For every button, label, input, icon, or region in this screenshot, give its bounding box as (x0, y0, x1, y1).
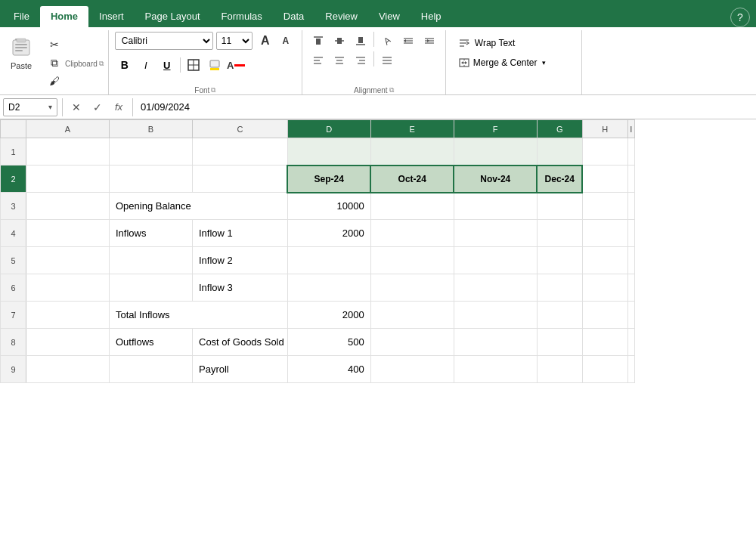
cell-a4[interactable] (26, 220, 110, 247)
tab-data[interactable]: Data (273, 6, 314, 27)
cell-a3[interactable] (26, 193, 110, 220)
cell-a1[interactable] (26, 138, 110, 166)
col-header-d[interactable]: D (287, 120, 370, 138)
cell-b6[interactable] (110, 274, 193, 302)
cell-e2[interactable]: Oct-24 (370, 166, 454, 193)
cell-d8[interactable]: 500 (287, 329, 370, 356)
cell-f1[interactable] (454, 138, 537, 166)
cell-a6[interactable] (26, 274, 110, 302)
tab-insert[interactable]: Insert (88, 6, 135, 27)
cell-i8[interactable] (627, 329, 634, 356)
cell-b2[interactable] (110, 166, 193, 193)
cell-i2[interactable] (627, 166, 634, 193)
cell-f2[interactable]: Nov-24 (454, 166, 537, 193)
col-header-c[interactable]: C (193, 120, 288, 138)
tab-home[interactable]: Home (40, 6, 88, 27)
clipboard-expand-icon[interactable]: ⧉ (99, 60, 104, 68)
tab-formulas[interactable]: Formulas (211, 6, 273, 27)
cell-h9[interactable] (582, 356, 627, 383)
cell-e5[interactable] (370, 247, 454, 274)
justify-button[interactable] (377, 51, 397, 70)
cell-f3[interactable] (454, 193, 537, 220)
cell-h2[interactable] (582, 166, 627, 193)
cell-e3[interactable] (370, 193, 454, 220)
decrease-font-size-button[interactable]: A (276, 32, 296, 50)
cell-c9[interactable]: Payroll (193, 356, 288, 383)
align-middle-button[interactable] (330, 32, 349, 50)
align-bottom-button[interactable] (351, 32, 370, 50)
borders-button[interactable] (184, 56, 203, 74)
cell-g6[interactable] (537, 274, 582, 302)
cut-button[interactable]: ✂ (44, 36, 65, 53)
row-num-7[interactable]: 7 (1, 302, 26, 329)
cell-h1[interactable] (582, 138, 627, 166)
col-header-f[interactable]: F (454, 120, 537, 138)
row-num-2[interactable]: 2 (1, 166, 26, 193)
merge-center-button[interactable]: Merge & Center ▾ (452, 54, 552, 71)
align-center-button[interactable] (330, 51, 349, 70)
cell-d3[interactable]: 10000 (287, 193, 370, 220)
cell-e8[interactable] (370, 329, 454, 356)
cell-d4[interactable]: 2000 (287, 220, 370, 247)
cell-b4[interactable]: Inflows (110, 220, 193, 247)
cell-f6[interactable] (454, 274, 537, 302)
indent-increase-button[interactable] (420, 32, 439, 50)
col-header-a[interactable]: A (26, 120, 110, 138)
help-icon[interactable]: ? (730, 8, 750, 27)
cell-d5[interactable] (287, 247, 370, 274)
col-header-g[interactable]: G (537, 120, 582, 138)
cell-e9[interactable] (370, 356, 454, 383)
font-size-select[interactable]: 11 (216, 32, 253, 50)
copy-button[interactable]: ⧉ (44, 54, 65, 71)
col-header-e[interactable]: E (370, 120, 454, 138)
cell-d7[interactable]: 2000 (287, 302, 370, 329)
col-header-b[interactable]: B (110, 120, 193, 138)
cell-f8[interactable] (454, 329, 537, 356)
formula-cancel-button[interactable]: ✕ (67, 98, 85, 116)
cell-e4[interactable] (370, 220, 454, 247)
cell-b3[interactable]: Opening Balance (110, 193, 288, 220)
cell-a5[interactable] (26, 247, 110, 274)
cell-h3[interactable] (582, 193, 627, 220)
formula-input[interactable] (138, 98, 753, 116)
cell-i9[interactable] (627, 356, 634, 383)
font-color-button[interactable]: A (226, 56, 246, 74)
italic-button[interactable]: I (136, 56, 156, 74)
increase-font-size-button[interactable]: A (256, 32, 275, 50)
format-painter-button[interactable]: 🖌 (44, 73, 65, 89)
tab-view[interactable]: View (368, 6, 411, 27)
cell-i1[interactable] (627, 138, 634, 166)
cell-g2[interactable]: Dec-24 📋 (537, 166, 582, 193)
cell-c5[interactable]: Inflow 2 (193, 247, 288, 274)
cell-e7[interactable] (370, 302, 454, 329)
cell-h5[interactable] (582, 247, 627, 274)
align-top-button[interactable] (308, 32, 328, 50)
cell-a9[interactable] (26, 356, 110, 383)
paste-button[interactable]: Paste (5, 33, 38, 73)
cell-i3[interactable] (627, 193, 634, 220)
cell-d9[interactable]: 400 (287, 356, 370, 383)
cell-a7[interactable] (26, 302, 110, 329)
cell-g1[interactable] (537, 138, 582, 166)
font-family-select[interactable]: Calibri (115, 32, 213, 50)
cell-b9[interactable] (110, 356, 193, 383)
tab-help[interactable]: Help (411, 6, 452, 27)
cell-reference-box[interactable]: D2 ▾ (3, 98, 57, 116)
row-num-6[interactable]: 6 (1, 274, 26, 302)
cell-h6[interactable] (582, 274, 627, 302)
fill-color-button[interactable] (205, 56, 225, 74)
cell-c4[interactable]: Inflow 1 (193, 220, 288, 247)
cell-g8[interactable] (537, 329, 582, 356)
angle-text-button[interactable]: A (373, 27, 400, 54)
cell-e1[interactable] (370, 138, 454, 166)
cell-b5[interactable] (110, 247, 193, 274)
row-num-1[interactable]: 1 (1, 138, 26, 166)
cell-g3[interactable] (537, 193, 582, 220)
indent-decrease-button[interactable] (398, 32, 418, 50)
merge-center-dropdown-icon[interactable]: ▾ (542, 59, 546, 67)
col-header-i[interactable]: I (627, 120, 634, 138)
cell-i4[interactable] (627, 220, 634, 247)
cell-h4[interactable] (582, 220, 627, 247)
cell-c8[interactable]: Cost of Goods Sold (193, 329, 288, 356)
wrap-text-button[interactable]: Wrap Text (452, 35, 552, 51)
